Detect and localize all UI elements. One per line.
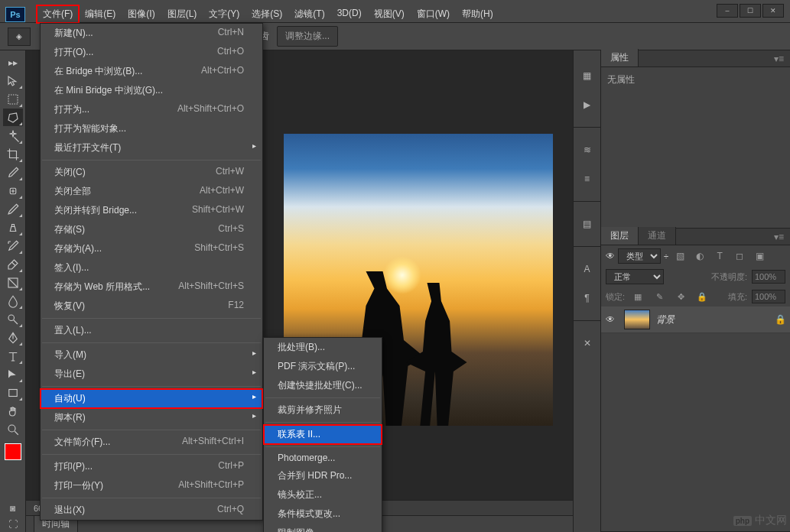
- file-menu-item-14[interactable]: 存储为 Web 所用格式...Alt+Shift+Ctrl+S: [41, 277, 262, 297]
- lock-all-icon[interactable]: 🔒: [694, 289, 710, 304]
- menu-image[interactable]: 图像(I): [122, 5, 161, 23]
- filter-type-icon[interactable]: T: [711, 248, 728, 264]
- healing-brush-tool[interactable]: [3, 182, 23, 200]
- adjustments-icon[interactable]: ✕: [577, 333, 597, 353]
- paragraph-icon[interactable]: ¶: [577, 288, 597, 308]
- tab-layers[interactable]: 图层: [601, 227, 639, 245]
- filter-adjust-icon[interactable]: ◐: [691, 248, 708, 264]
- layer-filter-select[interactable]: 类型: [618, 248, 661, 264]
- history-brush-tool[interactable]: [3, 237, 23, 255]
- menu-help[interactable]: 帮助(H): [456, 5, 499, 23]
- auto-menu-item-0[interactable]: 批处理(B)...: [264, 338, 382, 357]
- auto-menu-item-9[interactable]: 合并到 HDR Pro...: [264, 466, 382, 485]
- screen-mode-icon[interactable]: ⛶: [8, 519, 18, 530]
- brush-preset-icon[interactable]: ≡: [577, 169, 597, 189]
- file-menu-item-3[interactable]: 在 Mini Bridge 中浏览(G)...: [41, 81, 262, 100]
- blend-mode-select[interactable]: 正常: [606, 269, 664, 284]
- history-icon[interactable]: ▦: [577, 66, 597, 86]
- window-maximize-button[interactable]: ☐: [740, 4, 761, 18]
- lock-transparent-icon[interactable]: ▦: [629, 289, 646, 304]
- filter-pixel-icon[interactable]: ▧: [671, 248, 688, 264]
- lock-move-icon[interactable]: ✥: [672, 289, 689, 304]
- blur-tool[interactable]: [3, 292, 23, 310]
- auto-menu-item-12[interactable]: 限制图像...: [264, 524, 382, 532]
- brush-tool[interactable]: [3, 200, 23, 218]
- foreground-color-swatch[interactable]: [5, 443, 21, 460]
- magic-wand-tool[interactable]: [3, 127, 23, 144]
- swatches-icon[interactable]: ▤: [577, 214, 597, 234]
- auto-menu-item-10[interactable]: 镜头校正...: [264, 485, 382, 504]
- marquee-tool[interactable]: [3, 90, 23, 108]
- gradient-tool[interactable]: [3, 274, 23, 291]
- menu-filter[interactable]: 滤镜(T): [288, 5, 330, 23]
- file-menu-item-30[interactable]: 退出(X)Ctrl+Q: [41, 501, 262, 520]
- layer-filter-kind-icon[interactable]: 👁: [606, 251, 615, 261]
- window-close-button[interactable]: ✕: [762, 4, 784, 18]
- path-selection-tool[interactable]: [3, 365, 23, 383]
- file-menu-item-25[interactable]: 文件简介(F)...Alt+Shift+Ctrl+I: [41, 433, 262, 452]
- file-menu-item-22[interactable]: 自动(U): [41, 389, 262, 408]
- file-menu-item-23[interactable]: 脚本(R): [41, 408, 262, 427]
- tool-preset-icon[interactable]: ◈: [8, 28, 31, 46]
- file-menu-item-5[interactable]: 打开为智能对象...: [41, 119, 262, 138]
- move-tool[interactable]: [3, 72, 23, 89]
- pen-tool[interactable]: [3, 329, 23, 346]
- filter-shape-icon[interactable]: ◻: [731, 248, 748, 264]
- file-menu-item-0[interactable]: 新建(N)...Ctrl+N: [41, 24, 262, 43]
- file-menu-item-9[interactable]: 关闭全部Alt+Ctrl+W: [41, 182, 262, 201]
- tab-grip-icon[interactable]: ▸▸: [3, 54, 23, 71]
- brush-panel-icon[interactable]: ≋: [577, 140, 597, 160]
- hand-tool[interactable]: [3, 402, 23, 420]
- file-menu-item-20[interactable]: 导出(E): [41, 365, 262, 384]
- menu-edit[interactable]: 编辑(E): [79, 5, 122, 23]
- quick-mask-icon[interactable]: ◙: [10, 503, 15, 514]
- panel-menu-icon[interactable]: ▾≡: [768, 229, 790, 245]
- eyedropper-tool[interactable]: [3, 164, 23, 181]
- opacity-input[interactable]: [752, 270, 785, 284]
- auto-menu-item-8[interactable]: Photomerge...: [264, 449, 382, 466]
- file-menu-item-2[interactable]: 在 Bridge 中浏览(B)...Alt+Ctrl+O: [41, 62, 262, 81]
- file-menu-item-8[interactable]: 关闭(C)Ctrl+W: [41, 163, 262, 182]
- menu-select[interactable]: 选择(S): [245, 5, 288, 23]
- file-menu-item-4[interactable]: 打开为...Alt+Shift+Ctrl+O: [41, 100, 262, 119]
- window-minimize-button[interactable]: –: [717, 4, 738, 18]
- filter-smart-icon[interactable]: ▣: [751, 248, 768, 264]
- zoom-tool[interactable]: [3, 420, 23, 438]
- tab-properties[interactable]: 属性: [601, 49, 639, 66]
- panel-menu-icon[interactable]: ▾≡: [768, 51, 790, 66]
- dodge-tool[interactable]: [3, 310, 23, 328]
- auto-menu-item-11[interactable]: 条件模式更改...: [264, 504, 382, 524]
- file-menu-item-28[interactable]: 打印一份(Y)Alt+Shift+Ctrl+P: [41, 476, 262, 495]
- file-menu-item-1[interactable]: 打开(O)...Ctrl+O: [41, 43, 262, 62]
- menu-type[interactable]: 文字(Y): [203, 5, 245, 23]
- menu-3d[interactable]: 3D(D): [331, 5, 368, 23]
- file-menu-item-6[interactable]: 最近打开文件(T): [41, 138, 262, 157]
- menu-view[interactable]: 视图(V): [368, 5, 411, 23]
- file-menu-item-10[interactable]: 关闭并转到 Bridge...Shift+Ctrl+W: [41, 201, 262, 220]
- lasso-tool[interactable]: [3, 109, 23, 126]
- file-menu-item-27[interactable]: 打印(P)...Ctrl+P: [41, 457, 262, 476]
- crop-tool[interactable]: [3, 145, 23, 163]
- file-menu-item-12[interactable]: 存储为(A)...Shift+Ctrl+S: [41, 239, 262, 258]
- file-menu-item-15[interactable]: 恢复(V)F12: [41, 297, 262, 316]
- auto-menu-item-4[interactable]: 裁剪并修齐照片: [264, 401, 382, 420]
- rectangle-tool[interactable]: [3, 384, 23, 401]
- menu-window[interactable]: 窗口(W): [411, 5, 456, 23]
- eraser-tool[interactable]: [3, 255, 23, 273]
- refine-edge-button[interactable]: 调整边缘...: [277, 26, 338, 47]
- auto-menu-item-6[interactable]: 联系表 II...: [264, 425, 382, 444]
- clone-stamp-tool[interactable]: [3, 219, 23, 236]
- layer-item-background[interactable]: 👁 背景 🔒: [601, 307, 790, 333]
- visibility-eye-icon[interactable]: 👁: [606, 314, 619, 325]
- menu-layer[interactable]: 图层(L): [161, 5, 203, 23]
- character-icon[interactable]: A: [577, 259, 597, 279]
- fill-input[interactable]: [752, 290, 785, 303]
- menu-file[interactable]: 文件(F): [37, 5, 79, 23]
- file-menu-item-17[interactable]: 置入(L)...: [41, 321, 262, 340]
- auto-menu-item-2[interactable]: 创建快捷批处理(C)...: [264, 376, 382, 395]
- file-menu-item-19[interactable]: 导入(M): [41, 345, 262, 365]
- lock-brush-icon[interactable]: ✎: [651, 289, 668, 304]
- actions-icon[interactable]: ▶: [577, 95, 597, 115]
- layer-thumbnail[interactable]: [624, 310, 650, 329]
- tab-channels[interactable]: 通道: [639, 227, 676, 245]
